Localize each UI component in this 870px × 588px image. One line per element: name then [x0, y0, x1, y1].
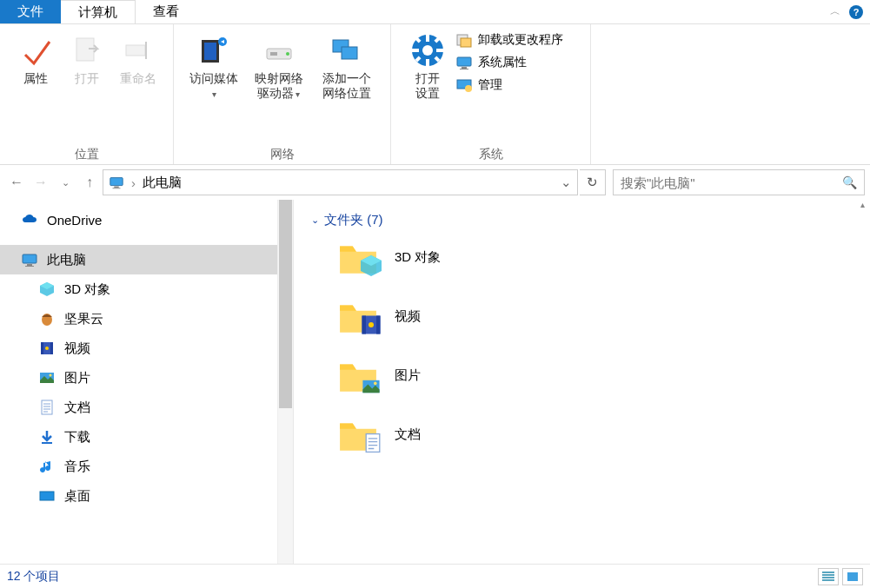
tree-item-desktop[interactable]: 桌面 [0, 481, 293, 511]
chevron-down-icon [294, 86, 301, 100]
folder-icon [334, 414, 382, 454]
desktop-icon [38, 487, 56, 505]
ribbon-open-settings[interactable]: 打开设置 [402, 30, 454, 104]
tree-item-video[interactable]: 视频 [0, 334, 293, 363]
tree-item-music[interactable]: 音乐 [0, 452, 293, 481]
ribbon-group-system-label: 系统 [402, 143, 580, 162]
folder-item-video[interactable]: 视频 [334, 296, 853, 336]
tree-item-label: 桌面 [64, 488, 90, 505]
tree-item-label: 坚果云 [64, 311, 103, 327]
video-icon [38, 340, 56, 357]
ribbon-open[interactable]: 打开 [62, 30, 111, 89]
thispc-icon [21, 251, 38, 268]
pictures-icon [38, 369, 56, 386]
search-box[interactable]: 🔍 [613, 169, 865, 195]
content-pane: ⌄ 文件夹 (7) 3D 对象 视频 图片 文档 ▴ [294, 200, 870, 565]
tree-item-label: 音乐 [64, 459, 90, 475]
menu-bar: 文件 计算机 查看 ︿ ? [0, 0, 870, 24]
nav-back-button[interactable]: ← [5, 171, 28, 194]
tree-item-label: 3D 对象 [64, 281, 110, 298]
folder-label: 3D 对象 [395, 249, 441, 266]
tree-item-thispc[interactable]: 此电脑 [0, 245, 293, 274]
ribbon-access-media[interactable]: 访问媒体 [184, 30, 243, 105]
nav-bar: ← → ⌄ ↑ › 此电脑 ⌄ ↻ 🔍 [0, 165, 870, 200]
nav-up-button[interactable]: ↑ [78, 171, 101, 194]
nut-icon [38, 310, 56, 327]
folder-icon [334, 296, 382, 336]
scrollbar-thumb[interactable] [279, 200, 292, 408]
folder-item-docs[interactable]: 文档 [334, 414, 853, 454]
svg-point-37 [465, 85, 472, 92]
view-large-icons-button[interactable] [842, 568, 863, 585]
tree-item-nut[interactable]: 坚果云 [0, 304, 293, 334]
tree-item-3d[interactable]: 3D 对象 [0, 274, 293, 304]
ribbon-map-drive[interactable]: 映射网络驱动器 [245, 30, 311, 105]
tree-item-label: 此电脑 [47, 252, 86, 268]
download-icon [38, 428, 56, 446]
ribbon-group-network-label: 网络 [184, 143, 380, 162]
collapse-ribbon-icon[interactable]: ︿ [830, 4, 840, 19]
music-icon [38, 458, 56, 475]
search-icon[interactable]: 🔍 [842, 175, 857, 189]
tree-item-label: 视频 [64, 340, 90, 357]
ribbon-system-properties[interactable]: 系统属性 [455, 54, 563, 71]
ribbon-manage[interactable]: 管理 [455, 76, 563, 94]
folder-label: 文档 [395, 426, 421, 443]
tree-item-onedrive[interactable]: OneDrive [0, 205, 293, 235]
tree-item-download[interactable]: 下载 [0, 422, 293, 452]
folder-item-3d[interactable]: 3D 对象 [334, 237, 853, 277]
docs-icon [38, 399, 56, 416]
tree-items: OneDrive此电脑3D 对象坚果云视频图片文档下载音乐桌面 [0, 205, 293, 511]
onedrive-icon [21, 211, 38, 228]
view-details-button[interactable] [818, 568, 839, 585]
refresh-button[interactable]: ↻ [580, 169, 606, 195]
status-item-count: 12 个项目 [7, 569, 60, 585]
3d-icon [38, 281, 56, 298]
svg-rect-33 [342, 47, 357, 59]
folder-label: 视频 [395, 308, 421, 325]
search-input[interactable] [621, 175, 842, 190]
ribbon-rename[interactable]: 重命名 [113, 30, 163, 89]
nav-tree: OneDrive此电脑3D 对象坚果云视频图片文档下载音乐桌面 ▴ [0, 200, 294, 565]
ribbon-group-location-label: 位置 [10, 143, 163, 162]
status-bar: 12 个项目 [0, 564, 870, 588]
chevron-down-icon[interactable]: ⌄ [561, 175, 572, 190]
folder-icon [334, 355, 382, 395]
tree-item-label: 下载 [64, 429, 90, 446]
folder-item-pictures[interactable]: 图片 [334, 355, 853, 395]
sidebar-scrollbar[interactable]: ▴ [277, 200, 293, 565]
ribbon: 属性 打开 重命名 位置 访问媒体 映射网络驱动器 [0, 24, 870, 165]
nav-recent-dropdown[interactable]: ⌄ [54, 171, 76, 194]
ribbon-properties[interactable]: 属性 [10, 30, 60, 89]
menu-computer[interactable]: 计算机 [61, 0, 136, 23]
menu-view[interactable]: 查看 [136, 0, 196, 23]
tree-item-docs[interactable]: 文档 [0, 393, 293, 422]
chevron-down-icon [212, 86, 216, 102]
thispc-icon [109, 175, 124, 190]
ribbon-uninstall-programs[interactable]: 卸载或更改程序 [455, 31, 563, 49]
group-header-label: 文件夹 (7) [324, 212, 383, 228]
tree-item-label: 图片 [64, 370, 90, 386]
menu-file[interactable]: 文件 [0, 0, 61, 23]
tree-item-pictures[interactable]: 图片 [0, 363, 293, 393]
nav-forward-button[interactable]: → [30, 171, 52, 194]
svg-rect-27 [204, 43, 216, 60]
folder-icon [334, 237, 382, 277]
chevron-down-icon: ⌄ [311, 215, 319, 226]
svg-rect-25 [145, 42, 147, 59]
tree-item-label: OneDrive [47, 213, 102, 228]
svg-point-31 [286, 52, 289, 56]
svg-rect-30 [270, 52, 277, 56]
help-icon[interactable]: ? [849, 5, 863, 19]
address-bar[interactable]: › 此电脑 ⌄ [103, 169, 578, 195]
tree-item-label: 文档 [64, 400, 90, 416]
svg-rect-35 [461, 38, 471, 47]
svg-rect-24 [126, 45, 145, 56]
svg-rect-38 [847, 572, 858, 581]
group-header-folders[interactable]: ⌄ 文件夹 (7) [311, 212, 853, 228]
address-location: 此电脑 [143, 175, 182, 191]
content-scrollbar[interactable]: ▴ [854, 200, 870, 565]
folder-label: 图片 [395, 367, 421, 384]
ribbon-add-network-location[interactable]: 添加一个网络位置 [314, 30, 380, 104]
